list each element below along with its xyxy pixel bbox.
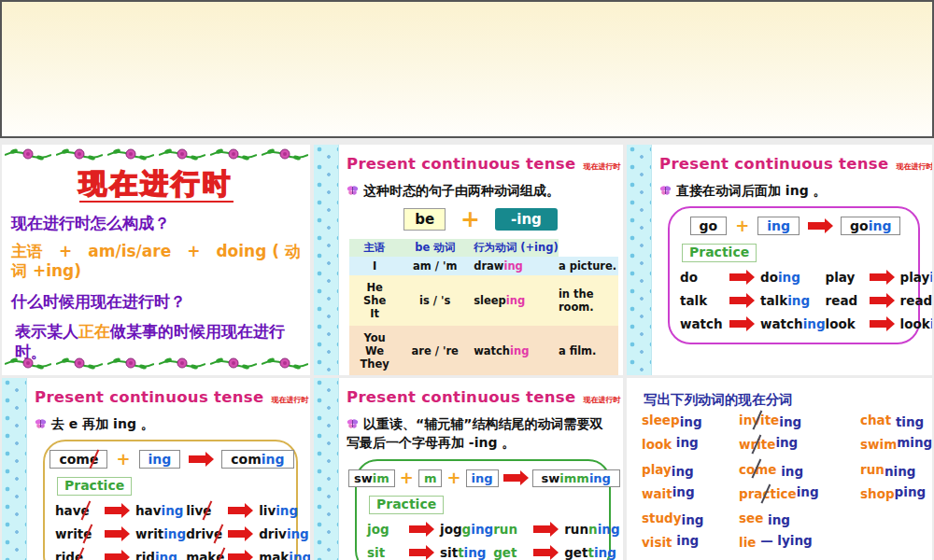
flower-border-bottom xyxy=(2,356,310,371)
plus-icon: + xyxy=(460,210,480,229)
verb-entry: running xyxy=(860,462,932,486)
verb-entry: waiting xyxy=(642,486,703,511)
verb-entry: sleeping xyxy=(642,413,703,437)
slide2-bullet: 这种时态的句子由两种动词组成。 xyxy=(347,181,616,200)
slide-2-thumbnail[interactable]: Present continuous tense现在进行时 这种时态的句子由两种… xyxy=(314,145,623,375)
crossed-e: e xyxy=(216,550,224,560)
rule-box: go + ing going Practice dodoing playplay… xyxy=(668,206,920,344)
example-row: come + ing coming xyxy=(55,450,289,469)
butterfly-icon xyxy=(35,418,47,429)
top-slide-partial[interactable] xyxy=(0,0,934,138)
verb-pair: watchwatching xyxy=(680,316,826,331)
crossed-e: e xyxy=(75,550,83,560)
verb-pair: liveliving xyxy=(186,503,310,518)
rose-icon xyxy=(5,357,51,371)
arrow-icon xyxy=(870,273,886,281)
slide1-question-2: 什么时候用现在进行时？ xyxy=(11,291,304,313)
table-row: I am / 'm drawing a picture. xyxy=(349,257,618,275)
arrow-icon xyxy=(533,525,550,533)
conjugation-table: 主语 be 动词 行为动词 (+ing) I am / 'm drawing a… xyxy=(349,239,618,375)
practice-label: Practice xyxy=(369,496,444,514)
decorative-strip xyxy=(2,378,27,560)
slide1-formula: 主语 + am/is/are + doing ( 动词 +ing) xyxy=(11,242,306,282)
slide2-formula: be + -ing xyxy=(338,208,623,231)
word-box: swim xyxy=(348,469,395,487)
arrow-icon xyxy=(503,474,520,482)
col-header: 主语 xyxy=(349,239,400,257)
rule-box: come + ing coming Practice havehaving li… xyxy=(43,440,298,560)
verb-entry: see ing xyxy=(739,511,819,535)
table-header-row: 主语 be 动词 行为动词 (+ing) xyxy=(349,239,618,257)
presentation-grid: 现在进行时 现在进行时怎么构成？ 主语 + am/is/are + doing … xyxy=(0,0,934,560)
word-box: coming xyxy=(221,450,293,469)
slide-3-thumbnail[interactable]: Present continuous tense现在进行时 直接在动词后面加 i… xyxy=(627,145,932,375)
verb-pair: talktalking xyxy=(680,293,826,308)
verb-entry: inviteing xyxy=(739,413,819,437)
verb-pair: dodoing xyxy=(680,270,826,285)
verb-pair: looklooking xyxy=(826,316,932,331)
slide1-question-1: 现在进行时怎么构成？ xyxy=(11,213,304,234)
participle-list: sleeping look ing playing waiting studyi… xyxy=(627,413,932,553)
example-row: go + ing going xyxy=(680,217,911,235)
practice-pairs: dodoing playplaying talktalking readread… xyxy=(680,270,911,331)
verb-entry: visit ing xyxy=(642,535,703,559)
column-2: inviteing writeing come ing practiceing … xyxy=(739,413,819,560)
slide4-bullet: 去 e 再加 ing 。 xyxy=(35,414,303,433)
verb-pair: makemaking xyxy=(186,550,310,560)
slide-6-thumbnail[interactable]: 写出下列动词的现在分词 sleeping look ing playing wa… xyxy=(627,378,932,560)
flower-border-top xyxy=(2,147,310,161)
table-row: He She It is / 's sleeping in the room. xyxy=(349,275,618,326)
arrow-icon xyxy=(105,530,121,538)
word-box: come xyxy=(50,450,107,469)
decorative-strip xyxy=(627,145,652,375)
arrow-icon xyxy=(189,455,205,463)
example-row: swim + m + ing swimming xyxy=(367,469,601,487)
word-box: swimming xyxy=(532,469,620,487)
rose-icon xyxy=(56,147,103,161)
verb-entry: chat ting xyxy=(860,413,932,437)
arrow-icon xyxy=(409,549,426,556)
rose-icon xyxy=(262,147,308,161)
rose-icon xyxy=(210,147,257,161)
arrow-icon xyxy=(729,297,746,304)
slide-5-thumbnail[interactable]: Present continuous tense现在进行时 以重读、“辅元辅”结… xyxy=(314,378,623,560)
plus-icon: + xyxy=(735,219,749,232)
crossed-e: e xyxy=(214,526,222,541)
column-1: sleeping look ing playing waiting studyi… xyxy=(642,413,703,560)
rose-icon xyxy=(159,147,205,161)
verb-pair: havehaving xyxy=(55,503,186,518)
slide5-title-cn: 现在进行时 xyxy=(583,396,620,404)
word-box: ing xyxy=(466,469,499,487)
slide1-title: 现在进行时 xyxy=(2,165,310,203)
slide-1-thumbnail[interactable]: 现在进行时 现在进行时怎么构成？ 主语 + am/is/are + doing … xyxy=(2,145,310,375)
decorative-strip xyxy=(314,378,339,560)
word-box: ing xyxy=(139,450,181,469)
arrow-icon xyxy=(105,553,121,560)
practice-pairs: jogjogging runrunning sitsitting getgett… xyxy=(367,522,601,560)
be-box: be xyxy=(403,208,446,231)
verb-entry: playing xyxy=(642,462,703,486)
rose-icon xyxy=(159,357,205,371)
crossed-e: e xyxy=(83,526,92,541)
practice-label: Practice xyxy=(57,477,132,496)
highlight-zhengzai: 正在 xyxy=(78,322,110,341)
rose-icon xyxy=(107,147,154,161)
ing-box: -ing xyxy=(495,208,558,231)
col-header: 行为动词 (+ing) xyxy=(470,239,559,257)
word-box: going xyxy=(841,217,900,235)
arrow-icon xyxy=(228,553,245,560)
plus-icon: + xyxy=(116,453,130,466)
decorative-strip xyxy=(314,145,339,375)
arrow-icon xyxy=(729,273,746,281)
verb-pair: rideriding xyxy=(55,550,186,560)
arrow-icon xyxy=(808,222,825,230)
slide-4-thumbnail[interactable]: Present continuous tense现在进行时 去 e 再加 ing… xyxy=(2,378,310,560)
slide4-title: Present continuous tense xyxy=(35,388,263,406)
verb-pair: getgetting xyxy=(493,545,619,560)
col-header: be 动词 xyxy=(400,239,470,257)
plus-icon: + xyxy=(400,471,414,484)
crossed-e: e xyxy=(203,503,211,518)
butterfly-icon xyxy=(659,185,672,196)
verb-pair: sitsitting xyxy=(367,545,493,560)
plus-icon: + xyxy=(446,471,460,484)
